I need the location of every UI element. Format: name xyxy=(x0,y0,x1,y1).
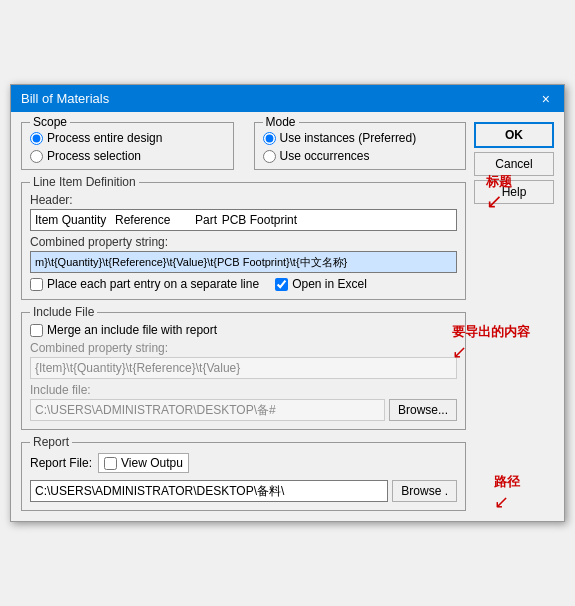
browse2-button[interactable]: Browse . xyxy=(392,480,457,502)
scope-group: Scope Process entire design Process sele… xyxy=(21,122,234,170)
open-excel-checkbox-label[interactable]: Open in Excel xyxy=(275,277,367,291)
scope-entire-design[interactable]: Process entire design xyxy=(30,131,225,145)
mode-occurrences[interactable]: Use occurrences xyxy=(263,149,458,163)
bill-of-materials-dialog: Bill of Materials × Scope Process entire… xyxy=(10,84,565,522)
mode-instances-label: Use instances (Preferred) xyxy=(280,131,417,145)
separate-line-checkbox-label[interactable]: Place each part entry on a separate line xyxy=(30,277,259,291)
combined2-label: Combined property string: xyxy=(30,341,457,355)
line-item-content: Header: 标题 ↙ Combined property string: xyxy=(30,193,457,291)
combined2-input xyxy=(30,357,457,379)
report-file-label: Report File: xyxy=(30,456,92,470)
report-file-input[interactable] xyxy=(30,480,388,502)
scope-selection-radio[interactable] xyxy=(30,150,43,163)
report-content: Report File: View Outpu 路径 ↙ Br xyxy=(30,453,457,502)
title-bar: Bill of Materials × xyxy=(11,85,564,112)
mode-instances[interactable]: Use instances (Preferred) xyxy=(263,131,458,145)
include-file-group: Include File Merge an include file with … xyxy=(21,312,466,430)
include-file-field-label: Include file: xyxy=(30,383,457,397)
view-output-label: View Outpu xyxy=(121,456,183,470)
header-row: Header: 标题 ↙ xyxy=(30,193,457,231)
combined2-field-group: Combined property string: xyxy=(30,341,457,379)
include-file-input-row: Browse... xyxy=(30,399,457,421)
scope-entire-radio[interactable] xyxy=(30,132,43,145)
merge-row: Merge an include file with report 要导出的内容… xyxy=(30,323,457,337)
mode-options: Use instances (Preferred) Use occurrence… xyxy=(263,131,458,163)
annotation-biaoti-group: 标题 ↙ xyxy=(486,173,512,211)
include-file-input xyxy=(30,399,385,421)
view-output-checkbox[interactable] xyxy=(104,457,117,470)
mode-instances-radio[interactable] xyxy=(263,132,276,145)
include-file-label: Include File xyxy=(30,305,97,319)
annotation-export-group: 要导出的内容 ↙ xyxy=(452,323,530,363)
checkbox-row: Place each part entry on a separate line… xyxy=(30,277,457,291)
merge-checkbox[interactable] xyxy=(30,324,43,337)
dialog-title: Bill of Materials xyxy=(21,91,109,106)
include-file-content: Merge an include file with report 要导出的内容… xyxy=(30,323,457,421)
report-label: Report xyxy=(30,435,72,449)
annotation-lujing-group: 路径 ↙ xyxy=(494,473,520,513)
mode-occurrences-radio[interactable] xyxy=(263,150,276,163)
mode-occurrences-label: Use occurrences xyxy=(280,149,370,163)
report-file-input-row: Browse . xyxy=(30,480,457,502)
include-file-field-group: Include file: Browse... xyxy=(30,383,457,421)
scope-label: Scope xyxy=(30,115,70,129)
separate-line-label: Place each part entry on a separate line xyxy=(47,277,259,291)
mode-group: Mode Use instances (Preferred) Use occur… xyxy=(254,122,467,170)
combined-input[interactable] xyxy=(30,251,457,273)
scope-selection-label: Process selection xyxy=(47,149,141,163)
dialog-body: Scope Process entire design Process sele… xyxy=(11,112,564,521)
separate-line-checkbox[interactable] xyxy=(30,278,43,291)
open-excel-label: Open in Excel xyxy=(292,277,367,291)
merge-checkbox-label[interactable]: Merge an include file with report xyxy=(30,323,217,337)
scope-entire-label: Process entire design xyxy=(47,131,162,145)
arrow-export: ↙ xyxy=(452,341,467,363)
line-item-label: Line Item Definition xyxy=(30,175,139,189)
report-group: Report Report File: View Outpu 路径 ↙ xyxy=(21,442,466,511)
line-item-group: Line Item Definition Header: 标题 ↙ xyxy=(21,182,466,300)
ok-button[interactable]: OK xyxy=(474,122,554,148)
header-field-group: Header: xyxy=(30,193,457,231)
scope-selection[interactable]: Process selection xyxy=(30,149,225,163)
browse1-button[interactable]: Browse... xyxy=(389,399,457,421)
annotation-biaoti: 标题 xyxy=(486,173,512,191)
main-content: Scope Process entire design Process sele… xyxy=(21,122,466,511)
combined-field-label: Combined property string: xyxy=(30,235,457,249)
arrow-biaoti: ↙ xyxy=(486,191,503,211)
header-input[interactable] xyxy=(30,209,457,231)
scope-options: Process entire design Process selection xyxy=(30,131,225,163)
close-button[interactable]: × xyxy=(538,92,554,106)
arrow-lujing: ↙ xyxy=(494,491,509,513)
combined-field-group: Combined property string: xyxy=(30,235,457,273)
annotation-export: 要导出的内容 xyxy=(452,323,530,341)
header-field-label: Header: xyxy=(30,193,457,207)
open-excel-checkbox[interactable] xyxy=(275,278,288,291)
scope-mode-row: Scope Process entire design Process sele… xyxy=(21,122,466,170)
report-file-label-row: Report File: View Outpu 路径 ↙ xyxy=(30,453,457,473)
annotation-lujing: 路径 xyxy=(494,473,520,491)
merge-label: Merge an include file with report xyxy=(47,323,217,337)
mode-label: Mode xyxy=(263,115,299,129)
view-output-area[interactable]: View Outpu xyxy=(98,453,189,473)
